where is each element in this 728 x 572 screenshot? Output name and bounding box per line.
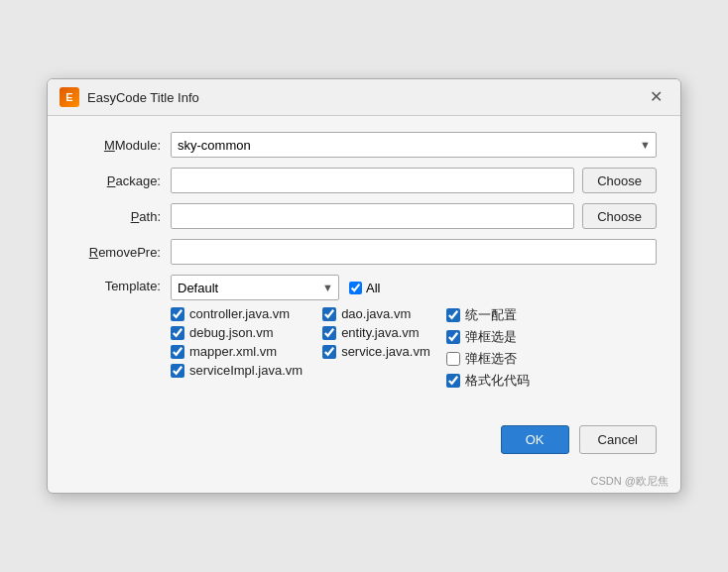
popup-no-label: 弹框选否 [465, 350, 517, 368]
dao-label: dao.java.vm [341, 306, 411, 321]
serviceimpl-checkbox[interactable] [171, 364, 184, 378]
list-item: 统一配置 [446, 306, 530, 324]
unified-config-checkbox[interactable] [446, 308, 460, 322]
template-content: Default ▼ All controller.j [171, 275, 657, 390]
close-button[interactable]: ✕ [644, 87, 668, 107]
template-label: Template: [71, 275, 171, 293]
dao-checkbox[interactable] [322, 307, 336, 321]
controller-checkbox[interactable] [171, 307, 184, 321]
template-col-2: dao.java.vm entity.java.vm service.java.… [322, 306, 430, 378]
dialog: E EasyCode Title Info ✕ MModule: sky-com… [47, 78, 681, 494]
path-row: Path: :ct/sky-take-out/sky-common/src/ma… [71, 203, 657, 229]
module-label: MModule: [71, 138, 171, 153]
path-input[interactable]: :ct/sky-take-out/sky-common/src/main/jav… [171, 203, 574, 229]
format-code-checkbox[interactable] [446, 374, 460, 388]
template-outer: controller.java.vm debug.json.vm mapper.… [171, 306, 657, 390]
module-select-wrap: sky-common ▼ [171, 132, 657, 158]
mapper-checkbox[interactable] [171, 345, 184, 359]
list-item: 格式化代码 [446, 372, 530, 390]
template-select[interactable]: Default [171, 275, 339, 300]
template-row: Template: Default ▼ All [71, 275, 657, 390]
removepre-input[interactable] [171, 239, 657, 265]
title-bar-left: E EasyCode Title Info [60, 87, 199, 107]
package-label: Package: [71, 173, 171, 188]
template-right-panel: 统一配置 弹框选是 弹框选否 格式化代码 [446, 306, 530, 390]
list-item: debug.json.vm [171, 325, 303, 340]
module-select[interactable]: sky-common [171, 132, 657, 158]
removepre-row: RemovePre: [71, 239, 657, 265]
service-label: service.java.vm [341, 344, 430, 359]
service-checkbox[interactable] [322, 345, 336, 359]
popup-yes-checkbox[interactable] [446, 330, 460, 344]
template-checkboxes-grid: controller.java.vm debug.json.vm mapper.… [171, 306, 430, 378]
mapper-label: mapper.xml.vm [189, 344, 277, 359]
list-item: mapper.xml.vm [171, 344, 303, 359]
list-item: dao.java.vm [322, 306, 430, 321]
popup-yes-label: 弹框选是 [465, 328, 517, 346]
list-item: service.java.vm [322, 344, 430, 359]
path-choose-button[interactable]: Choose [582, 203, 657, 229]
module-row: MModule: sky-common ▼ [71, 132, 657, 158]
title-bar: E EasyCode Title Info ✕ [48, 79, 680, 116]
dialog-title: EasyCode Title Info [87, 90, 199, 105]
template-select-wrap: Default ▼ [171, 275, 339, 300]
format-code-label: 格式化代码 [465, 372, 530, 390]
package-choose-button[interactable]: Choose [582, 168, 657, 193]
cancel-button[interactable]: Cancel [579, 425, 657, 454]
template-col-1: controller.java.vm debug.json.vm mapper.… [171, 306, 303, 378]
path-label: Path: [71, 209, 171, 224]
unified-config-label: 统一配置 [465, 306, 517, 324]
dialog-footer: OK Cancel [48, 415, 680, 470]
debug-checkbox[interactable] [171, 326, 184, 340]
all-check-wrap: All [349, 281, 380, 295]
package-input[interactable] [171, 168, 574, 193]
entity-label: entity.java.vm [341, 325, 420, 340]
serviceimpl-label: serviceImpl.java.vm [189, 363, 303, 378]
list-item: controller.java.vm [171, 306, 303, 321]
ok-button[interactable]: OK [501, 425, 569, 454]
controller-label: controller.java.vm [189, 306, 290, 321]
template-top-row: Default ▼ All [171, 275, 657, 300]
list-item: 弹框选否 [446, 350, 530, 368]
list-item: serviceImpl.java.vm [171, 363, 303, 378]
list-item: entity.java.vm [322, 325, 430, 340]
entity-checkbox[interactable] [322, 326, 336, 340]
all-label: All [366, 281, 380, 295]
package-row: Package: Choose [71, 168, 657, 193]
removepre-label: RemovePre: [71, 245, 171, 260]
popup-no-checkbox[interactable] [446, 352, 460, 366]
debug-label: debug.json.vm [189, 325, 274, 340]
app-icon: E [60, 87, 79, 107]
watermark: CSDN @欧尼焦 [48, 470, 680, 493]
all-checkbox[interactable] [349, 282, 362, 294]
list-item: 弹框选是 [446, 328, 530, 346]
dialog-body: MModule: sky-common ▼ Package: Choose Pa… [48, 116, 680, 415]
